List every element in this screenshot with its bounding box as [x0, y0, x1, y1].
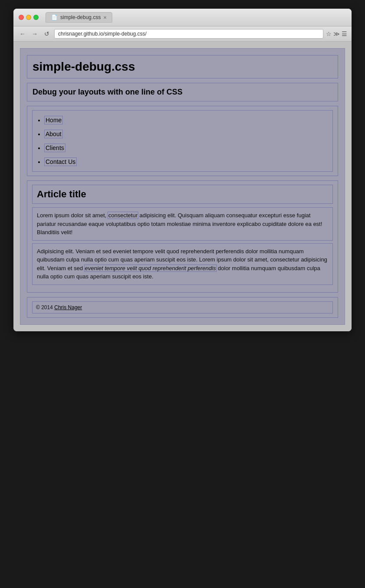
address-bar[interactable] [54, 29, 323, 39]
nav-inner: Home About Clients Contact Us [33, 111, 332, 171]
forward-button[interactable]: → [30, 29, 39, 39]
footer-author-link[interactable]: Chris Nager [54, 304, 82, 310]
list-item: Contact Us [45, 155, 329, 169]
browser-titlebar: 📄 simple-debug.css ✕ [13, 9, 352, 26]
tab-close-icon[interactable]: ✕ [103, 15, 107, 20]
para2-em: eveniet tempore velit quod reprehenderit… [85, 265, 216, 271]
back-button[interactable]: ← [18, 29, 27, 39]
list-item: About [45, 127, 329, 141]
site-title: simple-debug.css [33, 60, 332, 74]
para1-before: Lorem ipsum dolor sit amet, [37, 212, 108, 219]
bookmark-icon[interactable]: ☆ [326, 30, 332, 37]
refresh-button[interactable]: ↺ [42, 29, 52, 39]
list-item: Home [45, 113, 329, 127]
list-item: Clients [45, 141, 329, 155]
site-title-block: simple-debug.css [27, 56, 338, 78]
article-paragraph-2: Adipisicing elit. Veniam et sed eveniet … [33, 244, 332, 284]
menu-icon[interactable]: ☰ [342, 30, 347, 37]
footer-inner: © 2014 Chris Nager [33, 302, 332, 313]
close-button[interactable] [19, 15, 24, 20]
browser-tab[interactable]: 📄 simple-debug.css ✕ [46, 12, 112, 23]
nav-block: Home About Clients Contact Us [27, 106, 338, 176]
browser-window: 📄 simple-debug.css ✕ ← → ↺ ☆ ≫ ☰ simple-… [13, 9, 352, 331]
nav-link-clients[interactable]: Clients [45, 144, 65, 152]
article-title: Article title [37, 189, 328, 200]
nav-link-home[interactable]: Home [45, 116, 62, 124]
maximize-button[interactable] [33, 15, 39, 20]
article-title-block: Article title [33, 185, 332, 203]
browser-content: simple-debug.css Debug your layouts with… [13, 42, 352, 331]
nav-link-contact[interactable]: Contact Us [45, 158, 76, 166]
page-wrapper: simple-debug.css Debug your layouts with… [20, 49, 345, 324]
para1-highlight: consectetur [108, 212, 138, 219]
more-icon[interactable]: ≫ [333, 30, 340, 37]
tab-icon: 📄 [51, 14, 58, 20]
nav-link-about[interactable]: About [45, 130, 62, 138]
footer-section: © 2014 Chris Nager [27, 297, 338, 317]
article-section: Article title Lorem ipsum dolor sit amet… [27, 181, 338, 292]
site-subtitle-block: Debug your layouts with one line of CSS [27, 83, 338, 101]
footer-copyright: © 2014 [36, 304, 54, 310]
toolbar-icons: ☆ ≫ ☰ [326, 30, 347, 37]
minimize-button[interactable] [26, 15, 31, 20]
site-subtitle: Debug your layouts with one line of CSS [33, 88, 332, 97]
tab-title: simple-debug.css [60, 14, 101, 20]
browser-toolbar: ← → ↺ ☆ ≫ ☰ [13, 26, 352, 42]
nav-list: Home About Clients Contact Us [36, 113, 329, 169]
traffic-lights [19, 15, 39, 20]
article-paragraph-1: Lorem ipsum dolor sit amet, consectetur … [33, 208, 332, 240]
